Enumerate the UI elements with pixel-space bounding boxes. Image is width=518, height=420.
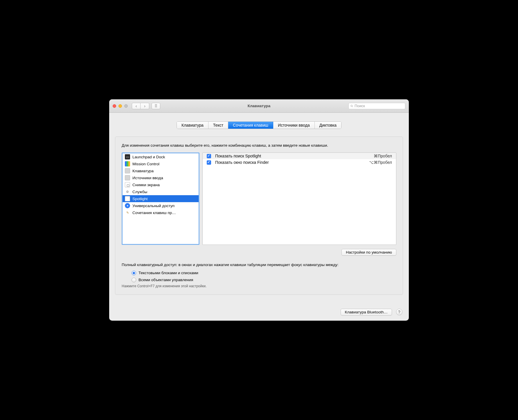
access-hint: Нажмите Control+F7 для изменения этой на…	[122, 284, 396, 288]
panes: ▭ Launchpad и Dock Mission Control Клави…	[122, 152, 396, 245]
sidebar-item-label: Launchpad и Dock	[132, 155, 165, 159]
tab-dictation[interactable]: Диктовка	[315, 122, 341, 129]
sidebar-item-label: Службы	[132, 190, 147, 194]
defaults-row: Настройки по умолчанию	[122, 249, 396, 256]
tab-shortcuts[interactable]: Сочетания клавиш	[228, 122, 273, 129]
search-icon	[350, 104, 353, 108]
sidebar-item-label: Spotlight	[132, 197, 148, 201]
shortcut-checkbox[interactable]	[207, 154, 211, 158]
sidebar-item-services[interactable]: ⚙ Службы	[123, 188, 199, 195]
shortcut-keys[interactable]: ⌥⌘Пробел	[369, 160, 392, 165]
titlebar: ‹ › ⠿ Клавиатура	[109, 99, 409, 113]
zoom-window-button	[124, 104, 128, 108]
input-sources-icon	[125, 175, 130, 180]
shortcut-keys[interactable]: ⌘Пробел	[374, 154, 392, 158]
document-icon	[125, 196, 130, 201]
shortcut-label: Показать поиск Spotlight	[215, 154, 370, 158]
nav-group: ‹ ›	[132, 103, 149, 109]
sidebar-item-keyboard[interactable]: Клавиатура	[123, 167, 199, 174]
shortcut-row[interactable]: Показать поиск Spotlight ⌘Пробел	[203, 153, 396, 159]
access-description: Полный клавиатурный доступ: в окнах и ди…	[122, 262, 396, 268]
sidebar-item-spotlight[interactable]: Spotlight	[123, 195, 199, 202]
grid-icon: ⠿	[154, 104, 157, 108]
preferences-window: ‹ › ⠿ Клавиатура Клавиатура Текст Сочета…	[109, 99, 409, 320]
bluetooth-keyboard-button[interactable]: Клавиатура Bluetooth…	[341, 309, 392, 315]
sidebar-item-input-sources[interactable]: Источники ввода	[123, 174, 199, 181]
footer: Клавиатура Bluetooth… ?	[109, 301, 409, 321]
inner-panel: Для изменения сочетания клавиш выберите …	[115, 137, 403, 295]
content-area: Клавиатура Текст Сочетания клавиш Источн…	[109, 121, 409, 300]
radio-input[interactable]	[132, 271, 136, 275]
radio-option-all-controls[interactable]: Всеми объектами управления	[132, 278, 396, 282]
mission-control-icon	[125, 161, 130, 166]
instruction-text: Для изменения сочетания клавиш выберите …	[122, 143, 396, 148]
search-field[interactable]	[348, 103, 405, 109]
sidebar-item-label: Сочетания клавиш пр…	[132, 211, 176, 215]
sidebar-item-label: Клавиатура	[132, 169, 154, 173]
sidebar-item-app-shortcuts[interactable]: ✎ Сочетания клавиш пр…	[123, 209, 199, 216]
window-controls	[113, 104, 128, 108]
radio-label: Текстовыми блоками и списками	[139, 271, 198, 275]
accessibility-icon: ✦	[125, 203, 130, 208]
tab-input-sources[interactable]: Источники ввода	[273, 122, 315, 129]
svg-point-0	[351, 105, 352, 107]
back-button[interactable]: ‹	[132, 103, 141, 109]
shortcut-row[interactable]: Показать окно поиска Finder ⌥⌘Пробел	[203, 159, 396, 166]
category-sidebar[interactable]: ▭ Launchpad и Dock Mission Control Клави…	[122, 152, 199, 245]
minimize-window-button[interactable]	[118, 104, 122, 108]
tab-keyboard[interactable]: Клавиатура	[177, 122, 208, 129]
launchpad-icon: ▭	[125, 154, 130, 159]
show-all-button[interactable]: ⠿	[152, 103, 160, 109]
shortcut-checkbox[interactable]	[207, 160, 211, 165]
gear-icon: ⚙	[125, 189, 130, 194]
shortcut-label: Показать окно поиска Finder	[215, 160, 365, 165]
sidebar-item-label: Снимки экрана	[132, 183, 160, 187]
tab-segmented-control: Клавиатура Текст Сочетания клавиш Источн…	[177, 121, 341, 129]
tab-bar: Клавиатура Текст Сочетания клавиш Источн…	[115, 121, 403, 129]
search-input[interactable]	[355, 104, 403, 108]
help-icon: ?	[398, 310, 400, 314]
radio-input[interactable]	[132, 278, 136, 282]
close-window-button[interactable]	[113, 104, 116, 108]
access-radio-group: Текстовыми блоками и списками Всеми объе…	[132, 271, 396, 282]
shortcut-detail-pane: Показать поиск Spotlight ⌘Пробел Показат…	[202, 152, 396, 245]
sidebar-item-mission-control[interactable]: Mission Control	[123, 160, 199, 167]
restore-defaults-button[interactable]: Настройки по умолчанию	[341, 249, 396, 256]
sidebar-item-label: Источники ввода	[132, 176, 163, 180]
chevron-right-icon: ›	[144, 104, 145, 108]
sidebar-item-screenshots[interactable]: Снимки экрана	[123, 181, 199, 188]
app-shortcuts-icon: ✎	[125, 210, 130, 215]
sidebar-item-launchpad[interactable]: ▭ Launchpad и Dock	[123, 153, 199, 160]
screenshot-icon	[125, 182, 130, 187]
forward-button[interactable]: ›	[141, 103, 149, 109]
sidebar-item-accessibility[interactable]: ✦ Универсальный доступ	[123, 202, 199, 209]
help-button[interactable]: ?	[396, 309, 402, 315]
sidebar-item-label: Универсальный доступ	[132, 204, 175, 208]
sidebar-item-label: Mission Control	[132, 162, 159, 166]
radio-label: Всеми объектами управления	[139, 278, 193, 282]
keyboard-icon	[125, 168, 130, 173]
tab-text[interactable]: Текст	[208, 122, 228, 129]
svg-line-1	[352, 107, 353, 107]
chevron-left-icon: ‹	[136, 104, 137, 108]
radio-option-text-lists[interactable]: Текстовыми блоками и списками	[132, 271, 396, 275]
